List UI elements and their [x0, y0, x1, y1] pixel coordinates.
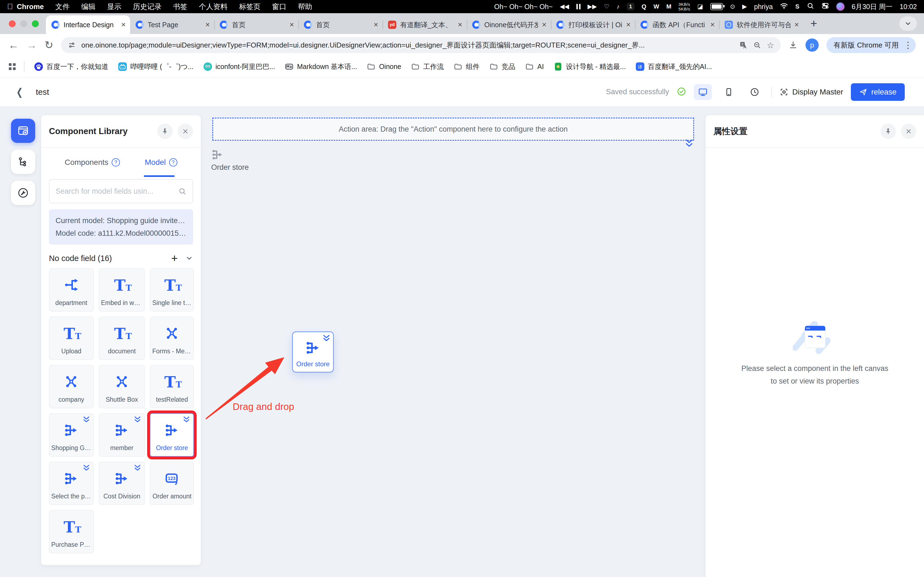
control-center-icon[interactable] — [821, 2, 829, 11]
browser-tab-4[interactable]: 首页× — [298, 15, 383, 34]
chrome-update-button[interactable]: 有新版 Chrome 可用 ⋮ — [826, 37, 916, 53]
field-card-testrelated[interactable]: TTtestRelated — [150, 365, 194, 408]
new-tab-button[interactable] — [803, 17, 824, 30]
tab-search-button[interactable] — [899, 16, 917, 31]
url-text[interactable]: one.oinone.top/page;module=uiDesigner;vi… — [81, 40, 734, 50]
bookmark-item-4[interactable]: Markdown 基本语... — [285, 62, 357, 71]
spotlight-search-icon[interactable] — [806, 2, 814, 11]
chevron-double-down-icon[interactable] — [82, 416, 91, 424]
tab-close-icon[interactable]: × — [121, 20, 126, 29]
tab-close-icon[interactable]: × — [542, 20, 546, 29]
mobile-view-button[interactable] — [720, 84, 738, 100]
close-icon[interactable] — [901, 124, 916, 139]
placed-component-icon[interactable] — [211, 148, 224, 161]
chevron-double-down-icon[interactable] — [82, 464, 91, 472]
browser-tab-2[interactable]: Test Page× — [130, 15, 214, 34]
bookmark-item-6[interactable]: 工作流 — [411, 62, 444, 71]
tab-close-icon[interactable]: × — [710, 20, 715, 29]
collapse-section-icon[interactable] — [185, 255, 193, 262]
tab-model[interactable]: Model — [145, 158, 177, 167]
bookmark-item-5[interactable]: Oinone — [367, 62, 401, 71]
field-card-upload[interactable]: TTUpload — [49, 316, 94, 360]
play-circle-icon[interactable]: ▶ — [742, 3, 747, 10]
menu-item-5[interactable]: 历史记录 — [133, 2, 162, 11]
wechat-icon[interactable]: W — [653, 3, 659, 10]
bookmark-item-2[interactable]: 哔哩哔哩 (゜-゜)つ... — [118, 62, 194, 71]
field-card-member[interactable]: member — [99, 413, 145, 457]
address-bar[interactable]: one.oinone.top/page;module=uiDesigner;vi… — [61, 37, 781, 53]
field-card-embed-in-web[interactable]: TTEmbed in web... — [99, 268, 145, 311]
apple-menu-icon[interactable]:  — [7, 2, 13, 11]
help-icon[interactable] — [111, 158, 120, 166]
placed-component-label[interactable]: Order store — [211, 163, 249, 172]
media-next-icon[interactable]: ▶▶ — [588, 3, 597, 10]
apps-grid-icon[interactable] — [9, 63, 16, 70]
bookmark-item-1[interactable]: 百度一下，你就知道 — [34, 62, 108, 71]
browser-tab-5[interactable]: yd有道翻译_文本、× — [383, 15, 467, 34]
site-settings-icon[interactable] — [68, 41, 76, 49]
forward-button[interactable]: → — [26, 40, 37, 50]
menu-item-4[interactable]: 显示 — [107, 2, 121, 11]
menu-item-9[interactable]: 窗口 — [272, 2, 286, 11]
bookmark-item-9[interactable]: AI — [525, 62, 544, 71]
sidebar-item-component-library[interactable] — [11, 119, 35, 143]
field-card-cost-division[interactable]: Cost Division — [99, 462, 145, 505]
field-card-document[interactable]: TTdocument — [99, 316, 145, 360]
browser-tab-3[interactable]: 首页× — [214, 15, 298, 34]
menu-item-1[interactable]: Chrome — [17, 2, 44, 11]
menu-bar-time[interactable]: 10:02 — [900, 3, 917, 11]
display-master-button[interactable]: Display Master — [780, 88, 843, 97]
chevron-double-down-icon[interactable] — [133, 464, 142, 472]
chevron-double-down-icon[interactable] — [133, 416, 142, 424]
field-card-single-line-text[interactable]: TTSingle line text — [150, 268, 194, 311]
browser-menu-icon[interactable]: ⋮ — [904, 40, 913, 50]
field-card-order-amount[interactable]: 123Order amount — [150, 462, 194, 505]
back-icon[interactable]: ❮ — [16, 86, 23, 98]
dragged-field-card[interactable]: Order store — [292, 331, 334, 372]
media-previous-icon[interactable]: ◀◀ — [560, 3, 569, 10]
zoom-out-icon[interactable] — [753, 41, 761, 49]
menu-item-8[interactable]: 标签页 — [239, 2, 260, 11]
bookmark-item-3[interactable]: iconfont-阿里巴巴... — [204, 62, 275, 71]
pin-icon[interactable] — [157, 124, 173, 139]
add-field-button[interactable] — [171, 253, 178, 264]
sogou-input-icon[interactable]: S — [795, 3, 800, 10]
menu-item-10[interactable]: 帮助 — [298, 2, 312, 11]
sidebar-item-structure-tree[interactable] — [11, 150, 35, 174]
browser-tab-6[interactable]: Oinone低代码开发× — [467, 15, 551, 34]
bookmark-item-8[interactable]: 竞品 — [489, 62, 515, 71]
collapse-action-area-icon[interactable] — [684, 138, 695, 149]
window-minimize-button[interactable] — [20, 20, 27, 27]
mail-app-icon[interactable]: M — [666, 3, 671, 10]
menu-item-2[interactable]: 文件 — [55, 2, 69, 11]
window-close-button[interactable] — [9, 20, 16, 27]
qq-icon[interactable]: Q — [641, 3, 646, 10]
tab-close-icon[interactable]: × — [205, 20, 210, 29]
field-card-purchase-pro[interactable]: TTPurchase Pro... — [49, 510, 94, 553]
pin-icon[interactable] — [880, 124, 896, 139]
network-speed[interactable]: 3KB/s5KB/s — [678, 2, 690, 11]
history-button[interactable] — [746, 84, 764, 100]
siri-icon[interactable] — [836, 2, 845, 11]
close-icon[interactable] — [178, 124, 193, 139]
note-badge-icon[interactable]: 1 — [627, 3, 635, 10]
chevron-double-down-icon[interactable] — [322, 334, 331, 343]
heart-icon[interactable]: ♡ — [604, 3, 609, 10]
tab-close-icon[interactable]: × — [289, 20, 294, 29]
screenshot-app-icon[interactable]: ◪ — [698, 3, 703, 10]
field-card-shopping-gui[interactable]: Shopping Gui... — [49, 413, 94, 457]
bookmark-item-10[interactable]: 设计导航 - 精选最... — [554, 62, 626, 71]
field-card-select-the-poi[interactable]: Select the poi... — [49, 462, 94, 505]
battery-icon[interactable] — [710, 3, 723, 10]
help-icon[interactable] — [169, 158, 178, 166]
field-card-shuttle-box[interactable]: Shuttle Box — [99, 365, 145, 408]
reload-button[interactable]: ↻ — [45, 40, 53, 50]
field-card-order-store[interactable]: Order store — [150, 413, 194, 457]
bookmark-star-icon[interactable]: ☆ — [767, 40, 774, 50]
field-card-company[interactable]: company — [49, 365, 94, 408]
sidebar-item-settings[interactable] — [11, 181, 35, 205]
downloads-icon[interactable] — [788, 40, 798, 50]
chevron-double-down-icon[interactable] — [183, 416, 191, 424]
music-app-icon[interactable]: ♪ — [617, 3, 620, 10]
tab-close-icon[interactable]: × — [458, 20, 462, 29]
